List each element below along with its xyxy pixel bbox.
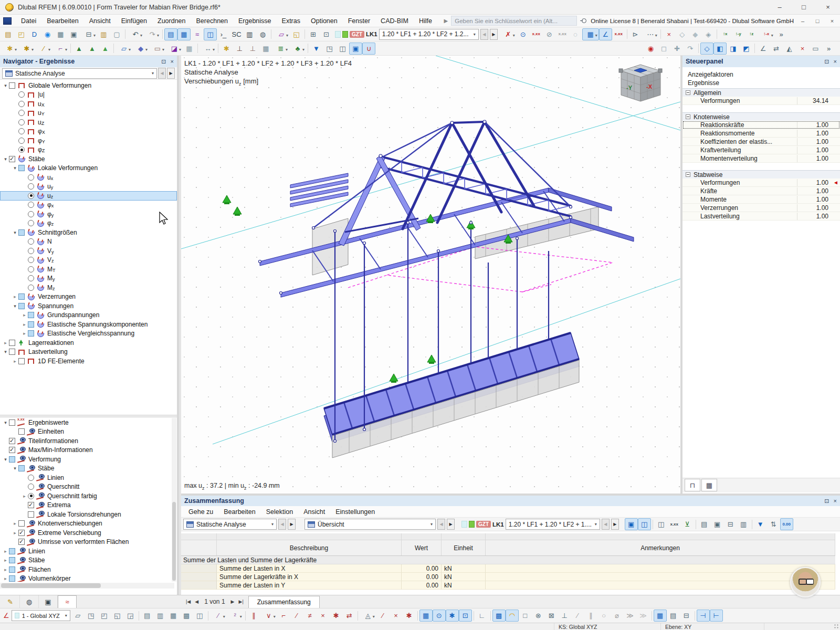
pan-button[interactable]: ✚ [670,43,684,55]
grid-toggle-bottom[interactable]: ▩ [492,610,506,622]
tree-checkbox[interactable] [18,293,25,300]
render-toggle[interactable]: ▣ [349,43,362,55]
separator[interactable] [216,43,220,55]
collapse-arrow-icon[interactable]: ▶ [444,18,448,24]
tree-item[interactable]: Elastische Spannungskomponenten [0,320,177,329]
table-row[interactable]: Summe der Lagerkräfte in X 0.00 kN [181,573,835,581]
nav-next-button[interactable]: ▶ [167,68,175,79]
separator[interactable] [625,28,629,40]
display-factor-row[interactable]: Lastverteilung 1.00 [682,212,840,220]
panel-tab-scale[interactable]: ⊓ [685,479,700,491]
table-filter-button[interactable]: ▼ [754,518,767,530]
expander-icon[interactable] [21,494,28,499]
separator[interactable] [269,28,273,40]
tree-checkbox[interactable] [18,428,25,435]
tree-item[interactable]: u y [0,182,177,192]
tree-item-staebe[interactable]: Stäbe [0,154,177,164]
display-factor-row[interactable]: Momente 1.00 [682,195,840,204]
table-save-button[interactable]: ▣ [711,518,724,530]
tree-checkbox[interactable] [18,465,25,471]
report-button[interactable]: ▢ [110,28,123,40]
workplane-yz-button[interactable]: ▦ [167,610,180,622]
guideline-button[interactable]: ∕ [210,610,227,622]
column-header[interactable]: Anmerkungen [486,540,835,555]
guide-toggle[interactable]: ◠ [506,610,519,622]
next-load-case-button[interactable]: ▶ [490,29,498,40]
view-z-button[interactable]: ◩ [740,43,753,55]
expander-icon[interactable] [12,530,18,536]
tree-item[interactable]: |u| [0,90,177,100]
filter-view-button[interactable]: ▼ [310,43,323,55]
search-input[interactable]: Geben Sie ein Schlüsselwort ein (Alt... [451,16,577,26]
cs-edit-button[interactable]: ▱ [71,610,85,622]
tree-checkbox[interactable] [28,220,34,226]
snap-cross-button[interactable]: ≠ [303,610,317,622]
expander-icon[interactable] [2,420,9,425]
summary-header[interactable]: Zusammenfassung ⊡ × [181,496,840,506]
tree-item[interactable]: V z [0,256,177,265]
summary-view-select[interactable]: Übersicht▾ [304,519,436,530]
tree-checkbox[interactable] [18,520,25,527]
fe-points-button[interactable]: ▤ [667,610,680,622]
tree-checkbox[interactable] [18,530,25,536]
view-x-toggle[interactable]: ◧ [713,43,727,55]
coordinate-system-select[interactable]: 1 - Global XYZ ▾ [12,610,70,621]
snap-tangent-button[interactable]: ∕ [290,610,303,622]
navigator-header[interactable]: Navigator - Ergebnisse ⊡ × [0,56,177,67]
print-button[interactable]: ⊟ [80,28,97,40]
sync-selection-toggle[interactable]: ▣ [625,518,638,530]
tree-checkbox[interactable] [28,193,34,199]
separator[interactable] [650,610,654,622]
summary-prev-button[interactable]: ◀ [278,519,286,530]
tree-item[interactable]: Extrema [0,501,177,510]
snap-grid-toggle[interactable]: ▦ [419,610,433,622]
display-factor-row[interactable]: Reaktionskräfte 1.00 [682,121,840,129]
osnap-button[interactable]: ⊗ [532,610,545,622]
tree-checkbox[interactable] [28,174,34,181]
tree-checkbox[interactable] [28,257,34,263]
export-result2-button[interactable]: ⊡ [320,28,333,40]
tables-toggle[interactable]: ▤ [164,28,177,40]
separator[interactable] [244,610,247,622]
prev-load-case-button[interactable]: ◀ [480,29,488,40]
export-result-button[interactable]: ⊞ [307,28,320,40]
select-arrow-button[interactable]: ◬ [360,610,376,622]
tree-checkbox[interactable] [28,183,34,190]
resize-grip[interactable] [834,624,839,629]
collapse-icon[interactable] [686,90,690,95]
cut-pattern-button[interactable]: ◪ [166,43,183,55]
workplane-xy-button[interactable]: ▤ [141,610,154,622]
table-print-button[interactable]: ⊟ [724,518,737,530]
summary-view-prev-button[interactable]: ◀ [437,519,445,530]
table-header-row[interactable]: Beschreibung Wert Einheit Anmerkungen [181,540,835,556]
separator[interactable] [472,610,476,622]
tree-checkbox[interactable] [9,575,15,582]
tree-checkbox[interactable] [28,211,34,217]
tree-item[interactable]: Elastische Vergleichsspannung [0,329,177,339]
close-button[interactable]: × [816,0,840,14]
doc-restore-button[interactable]: □ [812,18,823,24]
separator[interactable] [206,610,210,622]
panel-button[interactable]: ◫ [655,518,668,530]
tree-item[interactable]: N [0,237,177,247]
snap-angle2-button[interactable]: × [317,610,330,622]
summary-view-next-button[interactable]: ▶ [447,519,455,530]
expander-icon[interactable] [12,294,18,299]
search-icon[interactable] [580,17,587,25]
tree-checkbox[interactable] [28,330,34,337]
tab-zusammenfassung[interactable]: Zusammenfassung [248,596,320,608]
tree-item[interactable]: V y [0,246,177,256]
tree-item[interactable]: φ x [0,201,177,210]
tree-checkbox[interactable] [18,91,25,98]
display-factor-row[interactable] [682,163,840,170]
new-model-button[interactable]: ▤ [2,28,15,40]
tree-checkbox[interactable] [9,156,15,162]
expander-icon[interactable] [2,549,9,554]
tree-checkbox[interactable] [9,566,15,573]
abacus-button[interactable]: ⋯ [642,28,659,40]
tree-item[interactable]: Verformung [0,455,177,464]
result-pin2-button[interactable]: ⊘ [543,28,556,40]
table-export-button[interactable]: ▤ [698,518,711,530]
separator[interactable] [69,43,72,55]
new-opening-button[interactable]: ▭ [149,43,166,55]
